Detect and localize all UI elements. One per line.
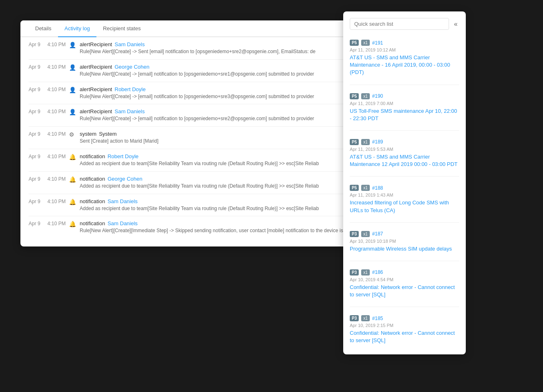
action-type: alertRecipient [80, 86, 112, 92]
multiplier-badge: x1 [361, 40, 370, 46]
row-time: 4:10 PM [47, 131, 66, 137]
row-content: notification Sam Daniels Added as recipi… [80, 198, 351, 212]
list-item[interactable]: P5 x1 #188 Apr 11, 2019 1:43 AM Increase… [350, 181, 459, 217]
table-row: Apr 9 4:10 PM ⚙ system System Sent [Crea… [29, 127, 351, 149]
system-label: System [99, 131, 116, 137]
tab-recipient-states[interactable]: Recipient states [96, 20, 147, 37]
row-content: alertRecipient George Cohen Rule[New Ale… [80, 64, 351, 78]
row-time: 4:10 PM [47, 64, 66, 70]
table-row: Apr 9 4:10 PM 🔔 notification Robert Doyl… [29, 149, 351, 172]
activity-list: Apr 9 4:10 PM 👤 alertRecipient Sam Danie… [20, 37, 360, 238]
row-date: Apr 9 [29, 154, 44, 159]
detail-text: Rule[New Alert][Create] -> [email] notif… [80, 71, 351, 78]
item-badges: P5 x1 #191 [350, 40, 459, 46]
user-link[interactable]: George Cohen [107, 176, 142, 182]
detail-text: Added as recipient due to team[Site Reli… [80, 205, 351, 212]
tab-details[interactable]: Details [29, 20, 58, 37]
item-badges: P3 x1 #185 [350, 315, 459, 321]
item-id: #186 [372, 269, 383, 275]
priority-badge: P3 [350, 231, 359, 237]
table-row: Apr 9 4:10 PM 👤 alertRecipient Robert Do… [29, 82, 351, 105]
user-link[interactable]: Sam Daniels [115, 41, 145, 47]
priority-badge: P3 [350, 269, 359, 276]
list-item[interactable]: P3 x1 #185 Apr 10, 2019 2:15 PM Confiden… [350, 312, 459, 347]
search-header: « [350, 18, 459, 30]
item-badges: P5 x1 #190 [350, 93, 459, 99]
row-time: 4:10 PM [47, 87, 66, 92]
item-id: #187 [372, 231, 383, 237]
row-date: Apr 9 [29, 109, 44, 114]
multiplier-badge: x1 [361, 269, 370, 276]
action-type: system [80, 131, 96, 137]
item-badges: P5 x1 #189 [350, 139, 459, 145]
quick-search-panel: « P5 x1 #191 Apr 11, 2019 10:12 AM AT&T … [343, 11, 466, 354]
list-item[interactable]: P5 x1 #190 Apr 11, 2019 7:00 AM US Toll-… [350, 90, 459, 125]
item-date: Apr 10, 2019 4:54 PM [350, 277, 459, 282]
list-item[interactable]: P5 x1 #189 Apr 11, 2019 5:53 AM AT&T US … [350, 136, 459, 171]
detail-text: Rule[New Alert][Create] -> [email] notif… [80, 115, 351, 122]
user-link[interactable]: Sam Daniels [115, 108, 145, 114]
user-link[interactable]: George Cohen [115, 64, 150, 70]
multiplier-badge: x1 [361, 231, 370, 237]
item-badges: P3 x1 #187 [350, 231, 459, 237]
multiplier-badge: x1 [361, 315, 370, 321]
activity-log-panel: Details Activity log Recipient states Ap… [20, 20, 360, 246]
item-date: Apr 11, 2019 1:43 AM [350, 193, 459, 197]
item-title[interactable]: AT&T US - SMS and MMS Carrier Maintenanc… [350, 153, 459, 168]
item-date: Apr 11, 2019 5:53 AM [350, 147, 459, 152]
bell-icon: 🔔 [69, 154, 76, 160]
item-date: Apr 11, 2019 7:00 AM [350, 101, 459, 106]
detail-text: Rule[New Alert][Create][Immediate Step] … [80, 227, 360, 234]
tab-bar: Details Activity log Recipient states [20, 20, 360, 37]
item-title[interactable]: Increased filtering of Long Code SMS wit… [350, 199, 459, 214]
alert-recipient-icon: 👤 [69, 87, 76, 93]
list-item[interactable]: P3 x1 #187 Apr 10, 2019 10:18 PM Program… [350, 228, 459, 256]
row-content: system System Sent [Create] action to Ma… [80, 131, 351, 145]
item-badges: P3 x1 #186 [350, 269, 459, 276]
detail-text: Sent [Create] action to Marid [Marid] [80, 138, 351, 145]
gear-icon: ⚙ [69, 131, 76, 138]
item-badges: P5 x1 #188 [350, 185, 459, 191]
row-time: 4:10 PM [47, 221, 66, 226]
row-time: 4:10 PM [47, 154, 66, 159]
alert-recipient-icon: 👤 [69, 42, 76, 48]
row-date: Apr 9 [29, 199, 44, 204]
row-content: alertRecipient Robert Doyle Rule[New Ale… [80, 86, 351, 100]
user-link[interactable]: Sam Daniels [107, 220, 138, 226]
list-item[interactable]: P3 x1 #186 Apr 10, 2019 4:54 PM Confiden… [350, 266, 459, 302]
table-row: Apr 9 4:10 PM 👤 alertRecipient Sam Danie… [29, 37, 351, 60]
user-link[interactable]: Robert Doyle [107, 153, 139, 159]
user-link[interactable]: Sam Daniels [107, 198, 138, 204]
bell-icon: 🔔 [69, 176, 76, 183]
user-link[interactable]: Robert Doyle [115, 86, 146, 92]
item-title[interactable]: AT&T US - SMS and MMS Carrier Maintenanc… [350, 54, 459, 76]
detail-text: Rule[New Alert][Create] -> Sent [email] … [80, 48, 351, 55]
row-time: 4:10 PM [47, 176, 66, 182]
action-type: alertRecipient [80, 108, 112, 114]
item-date: Apr 11, 2019 10:12 AM [350, 47, 459, 52]
row-date: Apr 9 [29, 221, 44, 226]
item-title[interactable]: Confidential: Network error - Cannot con… [350, 284, 459, 298]
search-input[interactable] [350, 18, 449, 30]
priority-badge: P5 [350, 40, 359, 46]
row-date: Apr 9 [29, 176, 44, 182]
list-item[interactable]: P5 x1 #191 Apr 11, 2019 10:12 AM AT&T US… [350, 36, 459, 80]
action-type: notification [80, 198, 105, 204]
row-date: Apr 9 [29, 131, 44, 137]
action-type: alertRecipient [80, 41, 112, 47]
row-content: notification Robert Doyle Added as recip… [80, 153, 351, 167]
item-title[interactable]: US Toll-Free SMS maintenance Apr 10, 22:… [350, 108, 459, 122]
bell-icon: 🔔 [69, 199, 76, 205]
tab-activity-log[interactable]: Activity log [58, 20, 96, 37]
item-id: #188 [372, 185, 383, 191]
table-row: Apr 9 4:10 PM 👤 alertRecipient Sam Danie… [29, 104, 351, 127]
alert-recipient-icon: 👤 [69, 109, 76, 115]
table-row: Apr 9 4:10 PM 👤 alertRecipient George Co… [29, 60, 351, 82]
row-time: 4:10 PM [47, 109, 66, 114]
item-title[interactable]: Programmable Wireless SIM update delays [350, 245, 459, 253]
row-content: notification Sam Daniels Rule[New Alert]… [80, 220, 360, 234]
item-id: #190 [372, 93, 383, 99]
table-row: Apr 9 4:10 PM 🔔 notification Sam Daniels… [29, 216, 351, 238]
item-title[interactable]: Confidential: Network error - Cannot con… [350, 329, 459, 344]
collapse-button[interactable]: « [452, 20, 459, 29]
